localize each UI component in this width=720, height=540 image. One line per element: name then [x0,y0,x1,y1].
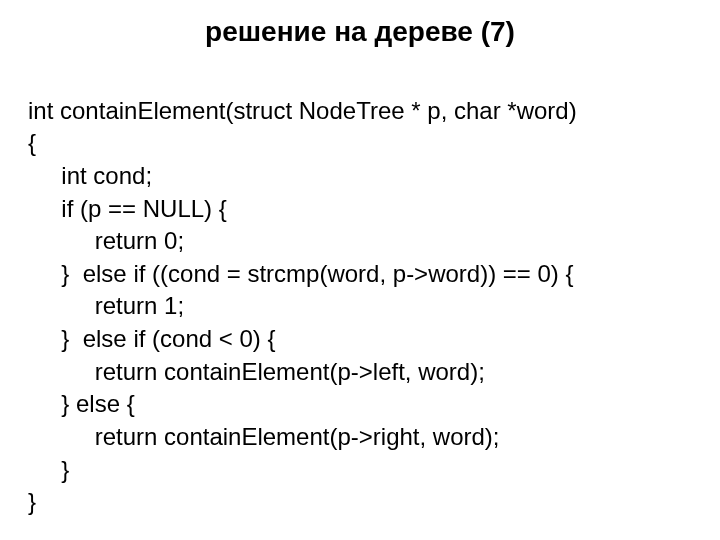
code-line: if (p == NULL) { [28,195,227,222]
slide: решение на дереве (7) int containElement… [0,0,720,540]
code-block: int containElement(struct NodeTree * p, … [28,62,692,519]
code-line: } else if (cond < 0) { [28,325,275,352]
code-line: int cond; [28,162,152,189]
code-line: } [28,488,36,515]
code-line: return 1; [28,292,184,319]
code-line: } else if ((cond = strcmp(word, p->word)… [28,260,574,287]
code-line: return containElement(p->right, word); [28,423,500,450]
code-line: } else { [28,390,135,417]
code-line: int containElement(struct NodeTree * p, … [28,97,577,124]
code-line: return 0; [28,227,184,254]
code-line: return containElement(p->left, word); [28,358,485,385]
slide-title: решение на дереве (7) [28,16,692,48]
code-line: } [28,456,69,483]
code-line: { [28,129,36,156]
